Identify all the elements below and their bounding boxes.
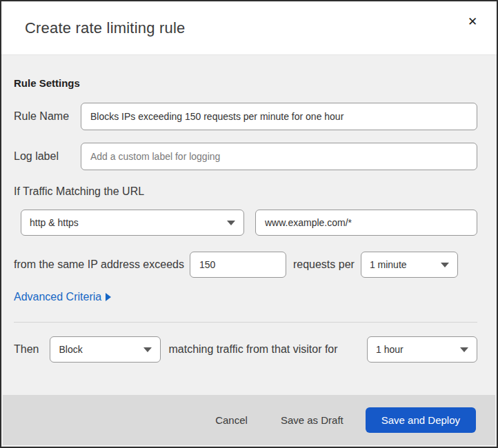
then-label: Then <box>14 343 39 356</box>
chevron-down-icon <box>227 221 235 225</box>
duration-select-value: 1 hour <box>376 344 404 355</box>
threshold-row: from the same IP address exceeds request… <box>14 252 477 278</box>
dialog-footer: Cancel Save as Draft Save and Deploy <box>3 395 495 445</box>
dialog-titlebar: Create rate limiting rule ✕ <box>1 1 497 55</box>
threshold-input[interactable] <box>190 252 286 278</box>
exceeds-label: from the same IP address exceeds <box>14 258 184 271</box>
action-select[interactable]: Block <box>50 336 161 363</box>
rule-name-label: Rule Name <box>14 110 81 123</box>
chevron-down-icon <box>460 347 468 352</box>
log-label-input[interactable] <box>81 143 477 170</box>
matching-label: matching traffic from that visitor for <box>168 343 337 356</box>
scheme-select-value: http & https <box>30 217 79 228</box>
rule-settings-heading: Rule Settings <box>14 77 477 89</box>
dialog-body: Rule Settings Rule Name Log label If Tra… <box>1 77 497 363</box>
save-as-draft-button[interactable]: Save as Draft <box>274 409 350 431</box>
traffic-match-intro: If Traffic Matching the URL <box>14 185 477 198</box>
advanced-criteria-link[interactable]: Advanced Criteria <box>14 291 111 303</box>
url-pattern-input[interactable] <box>255 210 477 236</box>
chevron-down-icon <box>441 263 449 267</box>
rule-name-row: Rule Name <box>14 103 477 130</box>
create-rate-limiting-rule-dialog: Create rate limiting rule ✕ Rule Setting… <box>0 0 498 448</box>
requests-per-label: requests per <box>293 258 355 271</box>
dialog-title: Create rate limiting rule <box>25 19 185 37</box>
action-select-value: Block <box>59 344 82 355</box>
duration-select[interactable]: 1 hour <box>367 336 477 363</box>
period-select-value: 1 minute <box>370 259 407 270</box>
close-icon[interactable]: ✕ <box>464 12 481 30</box>
rule-name-input[interactable] <box>81 103 477 130</box>
caret-right-icon <box>106 293 111 301</box>
log-label-row: Log label <box>14 143 477 170</box>
log-label-label: Log label <box>14 150 81 163</box>
action-row: Then Block matching traffic from that vi… <box>14 336 477 363</box>
section-divider <box>14 322 477 323</box>
advanced-criteria-label: Advanced Criteria <box>14 291 101 303</box>
chevron-down-icon <box>143 347 152 352</box>
scheme-url-row: http & https <box>14 210 477 236</box>
scheme-select[interactable]: http & https <box>21 210 244 236</box>
cancel-button[interactable]: Cancel <box>208 409 255 431</box>
period-select[interactable]: 1 minute <box>361 252 458 278</box>
save-and-deploy-button[interactable]: Save and Deploy <box>366 407 476 433</box>
